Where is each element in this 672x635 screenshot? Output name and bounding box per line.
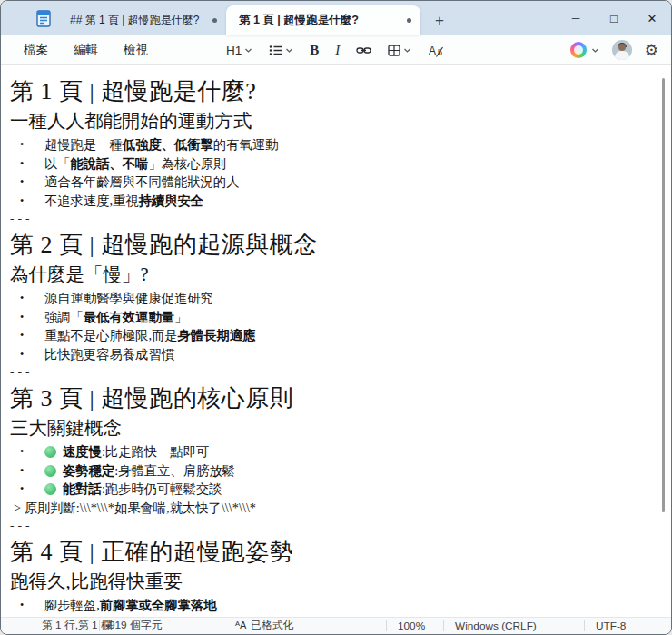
- italic-button[interactable]: I: [329, 39, 346, 62]
- list-item: •適合各年齡層與不同體能狀況的人: [10, 173, 655, 192]
- tab-label: 第 1 頁 | 超慢跑是什麼?: [239, 13, 401, 28]
- list-item-text: 適合各年齡層與不同體能狀況的人: [32, 173, 239, 192]
- list-item: •姿勢穩定:身體直立、肩膀放鬆: [10, 461, 655, 481]
- doc-heading-1: 第 2 頁 | 超慢跑的起源與概念: [10, 230, 655, 260]
- toolbar-right-group: ⚙: [567, 39, 662, 62]
- new-tab-button[interactable]: +: [426, 6, 453, 34]
- formatting-group: H1 B: [220, 39, 451, 62]
- title-bar: ## 第 1 頁 | 超慢跑是什麼? 第 1 頁 | 超慢跑是什麼? + ─ □…: [1, 1, 671, 35]
- list-item: •速度慢:比走路快一點即可: [10, 442, 655, 461]
- formatted-label: 已格式化: [251, 619, 293, 631]
- bulleted-list-icon: [269, 45, 282, 56]
- bold-text: 能對話: [63, 481, 102, 496]
- bullet-icon: •: [10, 345, 32, 364]
- clear-formatting-button[interactable]: A b: [421, 40, 451, 61]
- markdown-divider: ---: [10, 364, 655, 380]
- line-ending: Windows (CRLF): [455, 620, 537, 632]
- statusbar-divider: [584, 620, 585, 631]
- table-button[interactable]: [381, 41, 418, 60]
- avatar-head: [618, 44, 626, 51]
- zoom-level: 100%: [398, 620, 425, 632]
- editor[interactable]: 第 1 頁 | 超慢跑是什麼?一種人人都能開始的運動方式•超慢跑是一種低強度、低…: [1, 65, 671, 617]
- chevron-down-icon: [591, 46, 599, 55]
- heading-style-button[interactable]: H1: [220, 40, 259, 61]
- bullet-icon: •: [10, 326, 32, 345]
- formatted-status: ᴬA已格式化: [235, 619, 294, 633]
- doc-heading-1: 第 1 頁 | 超慢跑是什麼?: [10, 76, 655, 106]
- menu-view[interactable]: 檢視: [112, 37, 160, 63]
- close-button[interactable]: ✕: [633, 1, 671, 35]
- bold-text: 身體長期適應: [178, 328, 256, 342]
- heading-style-label: H1: [226, 44, 242, 57]
- list-item-text: 不追求速度,重視持續與安全: [32, 192, 203, 211]
- tab-label: ## 第 1 頁 | 超慢跑是什麼?: [70, 13, 207, 28]
- list-item: •比快跑更容易養成習慣: [10, 345, 655, 364]
- link-icon: [356, 45, 371, 56]
- chevron-down-icon: [244, 46, 252, 55]
- bullet-icon: •: [10, 289, 32, 308]
- minimize-button[interactable]: ─: [557, 1, 595, 35]
- text: 的有氧運動: [213, 137, 278, 152]
- list-item-text: 速度慢:比走路快一點即可: [32, 442, 209, 461]
- text: 超慢跑是一種: [44, 137, 123, 152]
- text: :身體直立、肩膀放鬆: [114, 463, 235, 478]
- bold-text: 能說話、不喘: [71, 156, 149, 171]
- text: 」: [174, 310, 187, 324]
- text: 重點不是心肺極限,而是: [44, 328, 178, 342]
- green-circle-icon: [44, 483, 56, 495]
- svg-text:A: A: [429, 45, 436, 57]
- char-count: 919 個字元: [109, 619, 162, 633]
- list-item: •超慢跑是一種低強度、低衝擊的有氧運動: [10, 135, 655, 154]
- list-item-text: 強調「最低有效運動量」: [32, 308, 187, 327]
- bullet-icon: •: [10, 442, 32, 461]
- list-item-text: 超慢跑是一種低強度、低衝擊的有氧運動: [32, 135, 278, 154]
- italic-icon: I: [335, 43, 340, 58]
- text: 不追求速度,重視: [44, 193, 139, 208]
- text: 強調「: [44, 310, 84, 324]
- list-item-text: 以「能說話、不喘」為核心原則: [32, 154, 226, 174]
- list-item-text: 重點不是心肺極限,而是身體長期適應: [32, 326, 255, 345]
- doc-heading-2: 三大關鍵概念: [10, 415, 655, 441]
- bold-text: 低強度、低衝擊: [123, 137, 213, 152]
- avatar-shoulders: [615, 51, 629, 60]
- text: 比快跑更容易養成習慣: [44, 347, 174, 362]
- list-item-text: 比快跑更容易養成習慣: [32, 345, 174, 364]
- link-button[interactable]: [350, 41, 378, 60]
- bold-text: 姿勢穩定: [63, 463, 114, 478]
- bold-icon: B: [310, 43, 319, 58]
- list-item: •強調「最低有效運動量」: [10, 308, 655, 327]
- vertical-scrollbar-thumb[interactable]: [662, 78, 665, 512]
- list-item-text: 腳步輕盈,前腳掌或全腳掌落地: [32, 596, 216, 615]
- menu-edit[interactable]: 編輯: [62, 37, 110, 63]
- doc-heading-2: 為什麼是「慢」?: [10, 262, 655, 287]
- list-item: •源自運動醫學與健康促進研究: [10, 289, 655, 308]
- text: 適合各年齡層與不同體能狀況的人: [44, 174, 239, 189]
- text: 以「: [44, 156, 71, 171]
- unsaved-dot: [212, 18, 217, 23]
- bold-text: 速度慢: [63, 444, 102, 459]
- notepad-icon: [35, 9, 52, 27]
- statusbar-divider: [443, 620, 444, 631]
- clear-formatting-icon: A b: [428, 44, 445, 57]
- maximize-button[interactable]: □: [595, 1, 633, 35]
- text: :跑步時仍可輕鬆交談: [102, 481, 222, 496]
- bullet-icon: •: [10, 154, 32, 174]
- chevron-down-icon: [285, 46, 293, 55]
- copilot-button[interactable]: [567, 39, 603, 61]
- settings-gear-icon[interactable]: ⚙: [641, 39, 662, 62]
- chevron-down-icon: [403, 46, 411, 55]
- menu-file[interactable]: 檔案: [12, 37, 60, 63]
- tab-document-1[interactable]: ## 第 1 頁 | 超慢跑是什麼?: [57, 5, 226, 35]
- text: 腳步輕盈,: [44, 598, 100, 612]
- text: 」為核心原則: [148, 156, 226, 171]
- list-button[interactable]: [262, 41, 300, 60]
- notepad-window: ## 第 1 頁 | 超慢跑是什麼? 第 1 頁 | 超慢跑是什麼? + ─ □…: [0, 0, 672, 635]
- status-bar: 第 1 行,第 1 欄 919 個字元 ᴬA已格式化 100% Windows …: [1, 617, 671, 634]
- bold-text: 持續與安全: [139, 193, 203, 208]
- app-icon-container: [1, 1, 57, 35]
- formatted-text-icon: ᴬA: [235, 620, 246, 630]
- account-avatar[interactable]: [612, 40, 632, 60]
- tab-document-2-active[interactable]: 第 1 頁 | 超慢跑是什麼?: [226, 5, 420, 35]
- bold-button[interactable]: B: [303, 39, 325, 62]
- list-item: •腳步輕盈,前腳掌或全腳掌落地: [10, 596, 655, 615]
